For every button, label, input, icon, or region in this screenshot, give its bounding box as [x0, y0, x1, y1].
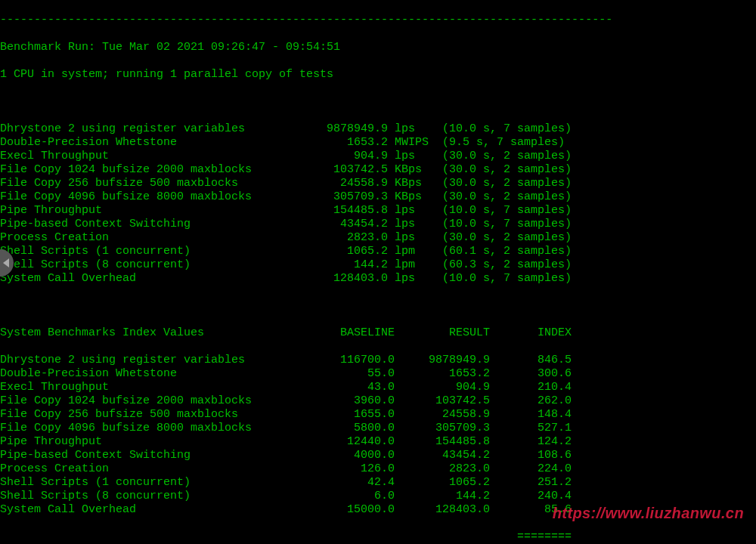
blank-line	[0, 95, 756, 109]
index-row: Dhrystone 2 using register variables 116…	[0, 354, 756, 367]
index-row: Process Creation 126.0 2823.0 224.0	[0, 462, 756, 476]
index-row: File Copy 1024 bufsize 2000 maxblocks 39…	[0, 394, 756, 408]
divider-line: ----------------------------------------…	[0, 14, 756, 27]
result-row: Dhrystone 2 using register variables 987…	[0, 122, 756, 136]
result-row: System Call Overhead 128403.0 lps (10.0 …	[0, 272, 756, 286]
result-row: Shell Scripts (1 concurrent) 1065.2 lpm …	[0, 245, 756, 258]
index-row: Shell Scripts (1 concurrent) 42.4 1065.2…	[0, 476, 756, 490]
result-row: Process Creation 2823.0 lps (30.0 s, 2 s…	[0, 231, 756, 245]
index-row: Pipe Throughput 12440.0 154485.8 124.2	[0, 435, 756, 449]
result-row: Double-Precision Whetstone 1653.2 MWIPS …	[0, 136, 756, 150]
separator-line: ========	[0, 530, 756, 544]
cpu-line: 1 CPU in system; running 1 parallel copy…	[0, 68, 756, 82]
terminal-output: ----------------------------------------…	[0, 0, 756, 544]
index-row: File Copy 256 bufsize 500 maxblocks 1655…	[0, 408, 756, 422]
index-row: Double-Precision Whetstone 55.0 1653.2 3…	[0, 367, 756, 381]
result-row: Execl Throughput 904.9 lps (30.0 s, 2 sa…	[0, 150, 756, 163]
index-row: Execl Throughput 43.0 904.9 210.4	[0, 381, 756, 394]
result-row: File Copy 4096 bufsize 8000 maxblocks 30…	[0, 190, 756, 204]
index-row: Pipe-based Context Switching 4000.0 4345…	[0, 449, 756, 462]
result-row: Shell Scripts (8 concurrent) 144.2 lpm (…	[0, 258, 756, 272]
blank-line	[0, 299, 756, 313]
index-row: File Copy 4096 bufsize 8000 maxblocks 58…	[0, 422, 756, 435]
index-header: System Benchmarks Index Values BASELINE …	[0, 326, 756, 340]
result-row: Pipe-based Context Switching 43454.2 lps…	[0, 218, 756, 231]
index-table: Dhrystone 2 using register variables 116…	[0, 354, 756, 517]
index-row: System Call Overhead 15000.0 128403.0 85…	[0, 503, 756, 517]
result-row: Pipe Throughput 154485.8 lps (10.0 s, 7 …	[0, 204, 756, 218]
results-table: Dhrystone 2 using register variables 987…	[0, 122, 756, 286]
index-row: Shell Scripts (8 concurrent) 6.0 144.2 2…	[0, 490, 756, 503]
run-line: Benchmark Run: Tue Mar 02 2021 09:26:47 …	[0, 41, 756, 54]
result-row: File Copy 1024 bufsize 2000 maxblocks 10…	[0, 163, 756, 177]
result-row: File Copy 256 bufsize 500 maxblocks 2455…	[0, 177, 756, 190]
